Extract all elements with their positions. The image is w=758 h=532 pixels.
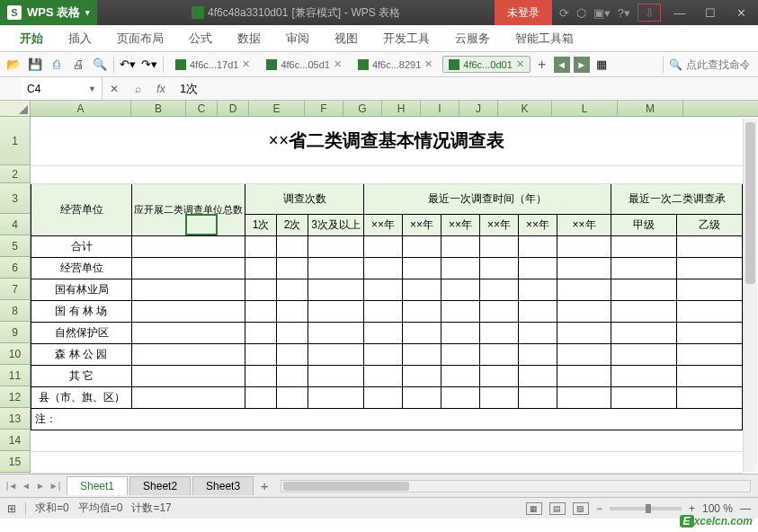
menu-pagelayout[interactable]: 页面布局 <box>104 25 176 51</box>
col-header[interactable]: G <box>343 101 382 116</box>
row-header[interactable]: 3 <box>0 183 31 214</box>
hdr-year[interactable]: ××年 <box>519 214 557 235</box>
col-header[interactable]: L <box>552 101 618 116</box>
close-button[interactable]: ✕ <box>729 4 753 22</box>
hdr-survey-times[interactable]: 调查次数 <box>245 183 364 214</box>
saveas-icon[interactable]: ⎙ <box>49 57 65 73</box>
sheet-nav-first[interactable]: |◄ <box>5 481 18 491</box>
add-sheet-button[interactable]: + <box>255 478 273 493</box>
sheet-tab[interactable]: Sheet2 <box>129 476 191 495</box>
scrollbar-thumb[interactable] <box>283 482 409 491</box>
hex-icon[interactable]: ⬡ <box>576 6 586 20</box>
row-header[interactable]: 7 <box>0 279 31 300</box>
print-icon[interactable]: 🖨 <box>70 57 86 73</box>
app-menu[interactable]: S WPS 表格 ▾ <box>0 0 97 25</box>
row-header[interactable]: 9 <box>0 322 31 343</box>
sheet-tab[interactable]: Sheet1 <box>67 476 128 495</box>
hdr-year[interactable]: ××年 <box>364 214 403 235</box>
skin-icon[interactable]: ▣▾ <box>593 6 611 20</box>
sheet-nav-next[interactable]: ► <box>34 481 47 491</box>
hdr-lvlB[interactable]: 乙级 <box>677 214 743 235</box>
menu-smarttools[interactable]: 智能工具箱 <box>503 25 586 51</box>
sheet-nav-prev[interactable]: ◄ <box>20 481 32 491</box>
col-header[interactable]: M <box>618 101 683 116</box>
blank-cell[interactable] <box>31 165 743 183</box>
col-header[interactable]: B <box>131 101 186 116</box>
row-r3[interactable]: 自然保护区 <box>31 322 132 343</box>
command-search[interactable]: 🔍 <box>669 58 753 71</box>
menu-data[interactable]: 数据 <box>225 25 273 51</box>
row-unit[interactable]: 经营单位 <box>31 257 132 279</box>
login-button[interactable]: 未登录 <box>495 0 552 25</box>
minimize-button[interactable]: — <box>668 4 691 22</box>
undo-icon[interactable]: ↶▾ <box>120 57 136 73</box>
sheet-tab[interactable]: Sheet3 <box>192 476 254 495</box>
col-header[interactable]: K <box>498 101 552 116</box>
tabs-next-button[interactable]: ► <box>574 57 590 73</box>
doc-tab[interactable]: 4f6c...05d1✕ <box>260 56 347 73</box>
close-icon[interactable]: ✕ <box>334 58 342 70</box>
redo-icon[interactable]: ↷▾ <box>141 57 157 73</box>
col-header[interactable]: A <box>31 101 131 116</box>
row-r2[interactable]: 国 有 林 场 <box>31 300 132 322</box>
hdr-year[interactable]: ××年 <box>557 214 611 235</box>
empty-row[interactable] <box>31 430 743 451</box>
col-header[interactable]: J <box>459 101 498 116</box>
cells-area[interactable]: ××省二类调查基本情况调查表 经营单位 应开展二类调查单位总数 调查次数 最近一… <box>31 117 758 474</box>
row-header[interactable]: 16 <box>0 473 31 474</box>
zoom-slider[interactable] <box>610 507 682 510</box>
tabs-prev-button[interactable]: ◄ <box>554 57 570 73</box>
hdr-t1[interactable]: 1次 <box>245 214 277 235</box>
col-header[interactable]: C <box>186 101 218 116</box>
open-icon[interactable]: 📂 <box>5 57 22 73</box>
close-icon[interactable]: ✕ <box>516 58 524 70</box>
col-header[interactable]: D <box>218 101 249 116</box>
menu-cloud[interactable]: 云服务 <box>442 25 503 51</box>
view-normal-icon[interactable]: ▦ <box>526 502 542 515</box>
hdr-unit[interactable]: 经营单位 <box>31 183 132 235</box>
row-r1[interactable]: 国有林业局 <box>31 279 132 300</box>
zoom-level[interactable]: 100 % <box>702 502 733 515</box>
zoom-in-button[interactable]: + <box>689 502 695 515</box>
hdr-t2[interactable]: 2次 <box>277 214 308 235</box>
tabs-list-icon[interactable]: ▦ <box>593 57 610 73</box>
view-break-icon[interactable]: ▧ <box>573 502 589 515</box>
select-all-corner[interactable] <box>0 101 31 116</box>
spreadsheet-grid[interactable]: A B C D E F G H I J K L M 1 2 3 4 5 6 7 … <box>0 101 758 474</box>
menu-review[interactable]: 审阅 <box>273 25 322 51</box>
row-county[interactable]: 县（市、旗、区） <box>31 386 132 408</box>
close-icon[interactable]: ✕ <box>424 58 433 70</box>
maximize-button[interactable]: ☐ <box>699 4 722 22</box>
hdr-year[interactable]: ××年 <box>403 214 441 235</box>
doc-map-icon[interactable]: ⊞ <box>7 502 16 515</box>
row-header[interactable]: 10 <box>0 343 31 365</box>
row-header[interactable]: 15 <box>0 451 31 473</box>
scrollbar-thumb[interactable] <box>745 122 755 284</box>
col-header[interactable]: H <box>382 101 421 116</box>
row-header[interactable]: 1 <box>0 117 31 165</box>
row-note[interactable]: 注： <box>31 408 743 430</box>
row-header[interactable]: 8 <box>0 300 31 322</box>
zoom-out-button[interactable]: − <box>596 502 602 515</box>
help-icon[interactable]: ?▾ <box>618 6 630 20</box>
command-search-input[interactable] <box>686 58 749 71</box>
row-header[interactable]: 11 <box>0 365 31 386</box>
zoom-reset-button[interactable]: — <box>740 502 751 515</box>
menu-insert[interactable]: 插入 <box>56 25 104 51</box>
hdr-lvlA[interactable]: 甲级 <box>611 214 677 235</box>
formula-input[interactable]: 1次 <box>173 81 758 97</box>
zoom-thumb[interactable] <box>646 504 651 513</box>
doc-tab[interactable]: 4f6c...8291✕ <box>352 56 439 73</box>
doc-tab[interactable]: 4f6c...17d1✕ <box>169 56 256 73</box>
row-header[interactable]: 13 <box>0 408 31 430</box>
row-header[interactable]: 4 <box>0 214 31 235</box>
preview-icon[interactable]: 🔍 <box>92 57 108 73</box>
row-header[interactable]: 5 <box>0 235 31 257</box>
name-box[interactable]: C4 ▼ <box>22 77 103 100</box>
hdr-recent[interactable]: 最近一次调查时间（年） <box>364 183 611 214</box>
fx-icon[interactable]: fx <box>149 83 173 95</box>
hdr-should[interactable]: 应开展二类调查单位总数 <box>132 183 245 235</box>
sheet-nav-last[interactable]: ►| <box>49 481 61 491</box>
ribbon-toggle-icon[interactable]: ⇩ <box>638 4 661 22</box>
menu-start[interactable]: 开始 <box>7 25 56 51</box>
